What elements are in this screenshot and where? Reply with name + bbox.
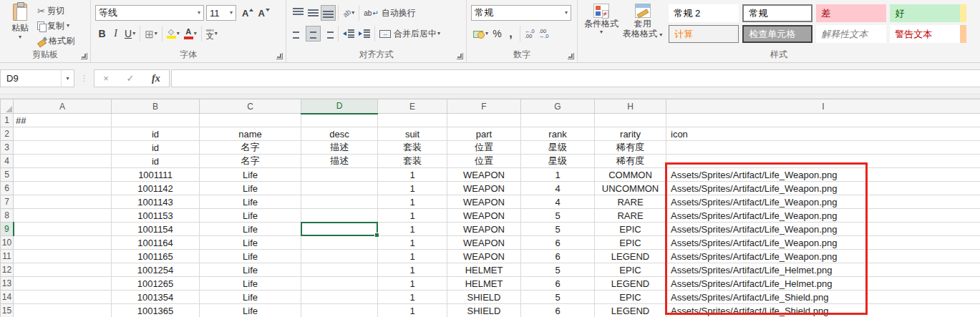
cell-E7[interactable]: 1 <box>378 195 447 209</box>
cell-F7[interactable]: WEAPON <box>447 195 521 209</box>
cell-I2[interactable]: icon <box>666 127 980 141</box>
cell-G8[interactable]: 5 <box>521 209 595 223</box>
cell-I15[interactable]: Assets/Sprites/Artifact/Life_Shield.png <box>666 304 980 317</box>
enter-button[interactable]: ✓ <box>127 73 135 84</box>
cell-I11[interactable]: Assets/Sprites/Artifact/Life_Weapon.png <box>666 250 980 263</box>
column-header-I[interactable]: I <box>666 99 980 114</box>
cell-A6[interactable] <box>14 182 112 195</box>
font-size-combobox[interactable]: 11 ▾ <box>206 5 236 21</box>
cell-style-bad[interactable]: 差 <box>816 4 886 22</box>
cell-E12[interactable]: 1 <box>378 263 447 277</box>
cell-G11[interactable]: 6 <box>521 250 595 263</box>
cell-A7[interactable] <box>14 195 112 209</box>
cell-D7[interactable] <box>301 195 378 209</box>
paste-button[interactable]: 粘贴 ▾ <box>4 2 36 49</box>
font-name-combobox[interactable]: 等线 ▾ <box>95 5 204 21</box>
alignment-dialog-launcher[interactable] <box>457 53 463 59</box>
cell-D4[interactable]: 描述 <box>301 155 378 168</box>
cell-H9[interactable]: EPIC <box>595 223 666 236</box>
cell-G14[interactable]: 5 <box>521 291 595 304</box>
cell-F13[interactable]: HELMET <box>447 277 521 291</box>
cell-F15[interactable]: SHIELD <box>447 304 521 317</box>
cell-I4[interactable] <box>666 155 980 168</box>
align-right-button[interactable] <box>321 26 336 42</box>
cell-A4[interactable] <box>14 155 112 168</box>
cell-A14[interactable] <box>14 291 112 304</box>
cell-E1[interactable] <box>378 114 447 127</box>
align-bottom-button[interactable] <box>321 5 336 21</box>
row-header-5[interactable]: 5 <box>1 168 14 182</box>
cell-style-check[interactable]: 检查单元格 <box>742 25 812 43</box>
cell-I3[interactable] <box>666 141 980 155</box>
cell-style-normal[interactable]: 常规 2 <box>669 4 739 22</box>
cell-B9[interactable]: 1001154 <box>112 223 200 236</box>
cell-G13[interactable]: 6 <box>521 277 595 291</box>
cell-C8[interactable]: Life <box>200 209 301 223</box>
cell-D12[interactable] <box>301 263 378 277</box>
row-header-15[interactable]: 15 <box>1 304 14 317</box>
column-header-B[interactable]: B <box>112 99 200 114</box>
align-left-button[interactable] <box>291 26 306 42</box>
cell-C6[interactable]: Life <box>200 182 301 195</box>
column-header-H[interactable]: H <box>595 99 666 114</box>
cell-G1[interactable] <box>521 114 595 127</box>
cell-B10[interactable]: 1001164 <box>112 236 200 250</box>
cell-A3[interactable] <box>14 141 112 155</box>
cell-A15[interactable] <box>14 304 112 317</box>
cell-G7[interactable]: 4 <box>521 195 595 209</box>
cell-D9[interactable] <box>301 223 378 236</box>
row-header-2[interactable]: 2 <box>1 127 14 141</box>
cell-H8[interactable]: RARE <box>595 209 666 223</box>
cell-E5[interactable]: 1 <box>378 168 447 182</box>
increase-font-button[interactable]: A <box>240 5 256 21</box>
column-header-E[interactable]: E <box>378 99 447 114</box>
cell-G9[interactable]: 5 <box>521 223 595 236</box>
cell-F11[interactable]: WEAPON <box>447 250 521 263</box>
cell-A10[interactable] <box>14 236 112 250</box>
orientation-button[interactable]: ab▾ <box>341 5 356 21</box>
align-middle-button[interactable] <box>306 5 321 21</box>
cell-A8[interactable] <box>14 209 112 223</box>
cell-I9[interactable]: Assets/Sprites/Artifact/Life_Weapon.png <box>666 223 980 236</box>
name-box-dropdown[interactable]: ▾ <box>61 70 74 87</box>
merge-center-button[interactable]: ↔ 合并后居中 ▾ <box>377 26 442 42</box>
row-header-11[interactable]: 11 <box>1 250 14 263</box>
cell-C9[interactable]: Life <box>200 223 301 236</box>
row-header-3[interactable]: 3 <box>1 141 14 155</box>
cell-E10[interactable]: 1 <box>378 236 447 250</box>
cell-E9[interactable]: 1 <box>378 223 447 236</box>
increase-indent-button[interactable] <box>356 26 372 42</box>
paste-dropdown-caret[interactable]: ▾ <box>19 34 21 40</box>
cell-B2[interactable]: id <box>112 127 200 141</box>
cell-H14[interactable]: EPIC <box>595 291 666 304</box>
cell-D3[interactable]: 描述 <box>301 141 378 155</box>
cell-G2[interactable]: rank <box>521 127 595 141</box>
cell-I13[interactable]: Assets/Sprites/Artifact/Life_Helmet.png <box>666 277 980 291</box>
column-header-F[interactable]: F <box>447 99 521 114</box>
cell-F14[interactable]: SHIELD <box>447 291 521 304</box>
cell-G6[interactable]: 4 <box>521 182 595 195</box>
cell-F6[interactable]: WEAPON <box>447 182 521 195</box>
cell-D11[interactable] <box>301 250 378 263</box>
cell-F1[interactable] <box>447 114 521 127</box>
wrap-text-button[interactable]: ab↵ 自动换行 <box>362 5 418 21</box>
cell-E8[interactable]: 1 <box>378 209 447 223</box>
row-header-10[interactable]: 10 <box>1 236 14 250</box>
column-header-D[interactable]: D <box>301 99 378 114</box>
column-header-A[interactable]: A <box>14 99 112 114</box>
row-header-9[interactable]: 9 <box>1 223 14 236</box>
cell-D5[interactable] <box>301 168 378 182</box>
cell-B8[interactable]: 1001153 <box>112 209 200 223</box>
cell-D13[interactable] <box>301 277 378 291</box>
clipboard-dialog-launcher[interactable] <box>81 53 87 59</box>
cell-C1[interactable] <box>200 114 301 127</box>
cell-C12[interactable]: Life <box>200 263 301 277</box>
cell-E13[interactable]: 1 <box>378 277 447 291</box>
cell-H5[interactable]: COMMON <box>595 168 666 182</box>
row-header-6[interactable]: 6 <box>1 182 14 195</box>
cell-D6[interactable] <box>301 182 378 195</box>
cell-H6[interactable]: UNCOMMON <box>595 182 666 195</box>
select-all-corner[interactable] <box>1 99 14 114</box>
cell-F2[interactable]: part <box>447 127 521 141</box>
cell-style-calc[interactable]: 计算 <box>669 25 739 43</box>
